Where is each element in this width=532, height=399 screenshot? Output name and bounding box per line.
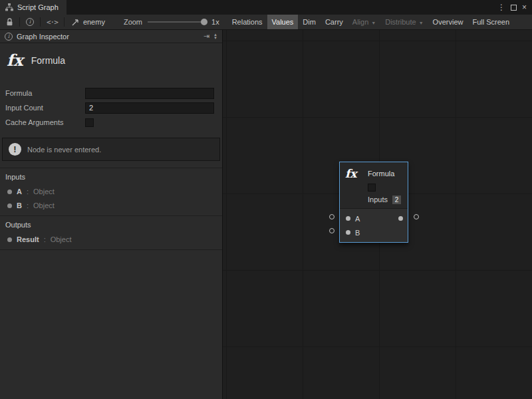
input-port-row-a: A : Object [0,185,222,199]
scrubber-icon[interactable]: ▲ ▼ [213,33,217,40]
formula-node[interactable]: fx Formula Inputs 2 A [339,162,408,243]
graph-asset-icon [72,19,80,26]
node-inputs-label: Inputs [368,196,388,203]
inspector-title: Graph Inspector [17,33,69,41]
toolbar-separator [19,17,20,27]
toolbar-button-relations[interactable]: Relations [227,15,267,29]
formula-node-header[interactable]: fx Formula Inputs 2 [340,162,408,208]
info-icon: i [5,33,13,41]
output-port-dot[interactable] [398,216,403,221]
tab-label: Script Graph [17,3,59,11]
graph-inspector-panel: i Graph Inspector ⇥ ▲ ▼ fx Formula Formu… [0,30,223,399]
node-input-count-field[interactable]: 2 [392,196,401,204]
input-count-input[interactable] [85,102,214,114]
toolbar-separator [40,17,41,27]
port-dot-icon [7,237,12,242]
graph-name-label: enemy [83,18,105,26]
zoom-label: Zoom [124,18,142,26]
port-connector-circle[interactable] [329,214,334,219]
formula-field-label: Formula [5,89,85,97]
script-graph-window: Script Graph ⋮ × i <·> enemy [0,0,532,399]
toolbar-button-carry[interactable]: Carry [321,15,348,29]
input-count-label: Input Count [5,104,85,112]
chevron-down-icon: ▼ [419,21,424,25]
input-port-dot[interactable] [346,216,350,221]
outputs-section-header: Outputs [0,216,222,233]
node-port-row-b: B [340,225,408,239]
port-dot-icon [7,190,12,194]
graph-toolbar: i <·> enemy Zoom 1x Relations Values Dim… [0,15,532,30]
node-port-row-a: A [340,211,408,225]
formula-fx-icon: fx [7,51,23,70]
zoom-slider[interactable] [148,21,205,23]
window-controls: ⋮ × [497,0,532,15]
window-menu-icon[interactable]: ⋮ [497,3,505,11]
cache-arguments-label: Cache Arguments [5,118,85,126]
window-tab-bar: Script Graph ⋮ × [0,0,532,15]
toolbar-button-dim[interactable]: Dim [298,15,321,29]
node-formula-field[interactable] [368,184,376,192]
unit-title: Formula [31,55,65,66]
graph-breadcrumb-enemy[interactable]: enemy [68,18,109,26]
toolbar-separator [64,17,65,27]
inspector-header: i Graph Inspector ⇥ ▲ ▼ [0,30,222,43]
cache-arguments-row: Cache Arguments [5,116,214,128]
window-maximize-icon[interactable] [511,5,517,11]
code-view-icon[interactable]: <·> [44,18,61,27]
input-port-dot[interactable] [346,230,350,235]
divider [0,249,222,250]
node-ports-section: A B [340,208,408,242]
lock-icon[interactable] [3,18,16,26]
unit-title-block: fx Formula [0,43,222,80]
toolbar-buttons: Relations Values Dim Carry Align ▼ Distr… [227,15,514,29]
input-port-row-b: B : Object [0,199,222,213]
inputs-section-header: Inputs [0,168,222,185]
zoom-value: 1x [211,18,219,26]
port-connector-circle[interactable] [329,228,334,233]
warning-box: ! Node is never entered. [2,138,220,161]
dock-right-icon[interactable]: ⇥ [203,32,209,41]
port-dot-icon [7,203,12,208]
toolbar-button-distribute[interactable]: Distribute ▼ [380,15,428,29]
unit-fields: Formula Input Count Cache Arguments [0,80,222,132]
warning-text: Node is never entered. [27,146,101,154]
zoom-slider-handle[interactable] [201,19,207,25]
formula-fx-icon: fx [345,167,362,180]
toolbar-button-overview[interactable]: Overview [428,15,468,29]
warning-icon: ! [9,143,21,156]
toolbar-button-align[interactable]: Align ▼ [348,15,380,29]
script-graph-icon [5,3,13,11]
formula-field-row: Formula [5,87,214,99]
toolbar-button-fullscreen[interactable]: Full Screen [467,15,514,29]
input-count-field-row: Input Count [5,102,214,114]
info-icon[interactable]: i [23,18,37,26]
cache-arguments-checkbox[interactable] [85,118,94,127]
graph-canvas[interactable]: fx Formula Inputs 2 A [223,30,532,399]
node-title: Formula [368,170,394,178]
window-close-icon[interactable]: × [522,3,527,11]
chevron-down-icon: ▼ [371,21,376,25]
output-port-row-result: Result : Object [0,233,222,247]
main-area: i Graph Inspector ⇥ ▲ ▼ fx Formula Formu… [0,30,532,399]
toolbar-button-values[interactable]: Values [267,15,299,29]
tab-script-graph[interactable]: Script Graph [0,0,66,15]
formula-input[interactable] [85,88,214,99]
zoom-control: Zoom 1x [124,18,226,26]
port-connector-circle[interactable] [414,214,419,219]
